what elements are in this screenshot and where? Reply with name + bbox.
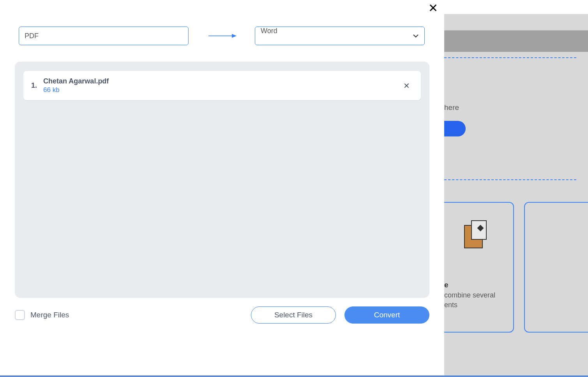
bg-topbar bbox=[444, 14, 588, 30]
file-index: 1. bbox=[31, 81, 37, 90]
bg-browse-button-partial bbox=[444, 121, 466, 136]
convert-modal: ✕ Word 1. Chetan Agarwal.pdf 66 kb ✕ bbox=[0, 0, 444, 343]
bg-dashed-border-mid bbox=[444, 179, 576, 180]
bg-card-description: combine several ents bbox=[444, 290, 505, 310]
merge-icon bbox=[464, 220, 487, 250]
merge-files-checkbox[interactable] bbox=[15, 310, 25, 320]
merge-files-label: Merge Files bbox=[30, 311, 69, 319]
file-name: Chetan Agarwal.pdf bbox=[43, 77, 400, 85]
bg-dashed-border-top bbox=[444, 57, 576, 58]
remove-file-button[interactable]: ✕ bbox=[400, 80, 413, 91]
svg-marker-1 bbox=[232, 34, 237, 38]
source-format-input[interactable] bbox=[19, 27, 189, 45]
file-list-panel: 1. Chetan Agarwal.pdf 66 kb ✕ bbox=[15, 62, 429, 298]
bg-graybar bbox=[444, 30, 588, 52]
convert-button[interactable]: Convert bbox=[344, 306, 429, 324]
modal-footer: Merge Files Select Files Convert bbox=[0, 298, 444, 324]
arrow-right-icon bbox=[206, 32, 237, 40]
page-front-icon bbox=[471, 220, 487, 240]
file-meta: Chetan Agarwal.pdf 66 kb bbox=[43, 77, 400, 94]
close-modal-button[interactable]: ✕ bbox=[428, 2, 438, 14]
bg-bottom-border bbox=[0, 375, 588, 377]
merge-files-option: Merge Files bbox=[15, 310, 251, 320]
target-format-wrap: Word bbox=[255, 27, 425, 45]
select-files-button[interactable]: Select Files bbox=[251, 306, 336, 324]
arrow-container bbox=[189, 32, 255, 40]
bg-feature-card-partial bbox=[524, 202, 588, 333]
bg-drop-hint: here bbox=[444, 103, 459, 112]
file-item: 1. Chetan Agarwal.pdf 66 kb ✕ bbox=[23, 71, 421, 100]
bg-card-desc-line1: combine several bbox=[444, 291, 495, 299]
bg-card-desc-line2: ents bbox=[444, 301, 457, 309]
close-icon: ✕ bbox=[428, 2, 438, 14]
target-format-select[interactable]: Word bbox=[255, 27, 425, 45]
bg-card-title: e bbox=[444, 281, 449, 289]
close-icon: ✕ bbox=[403, 81, 410, 90]
bg-feature-card bbox=[437, 202, 514, 333]
format-row: Word bbox=[0, 0, 444, 45]
file-size: 66 kb bbox=[43, 86, 400, 94]
